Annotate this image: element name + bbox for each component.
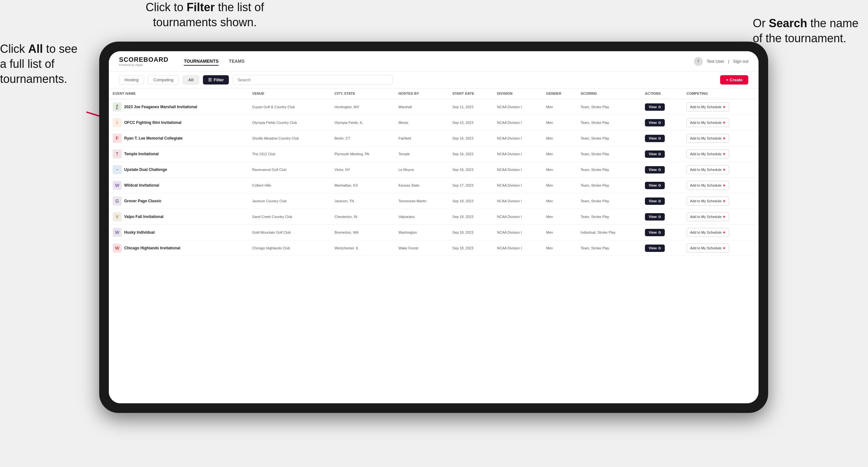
- main-nav: TOURNAMENTS TEAMS: [184, 57, 694, 66]
- cell-city-state: Westchester, IL: [331, 240, 395, 256]
- event-name: Wildcat Invitational: [124, 183, 159, 188]
- cell-gender: Men: [542, 193, 577, 209]
- event-name: Ryan T. Lee Memorial Collegiate: [124, 136, 183, 141]
- cell-city-state: Berlin, CT: [331, 131, 395, 146]
- view-button[interactable]: View ⊙: [645, 245, 665, 252]
- cell-gender: Men: [542, 99, 577, 115]
- col-gender: GENDER: [542, 88, 577, 99]
- cell-venue: Sand Creek Country Club: [248, 209, 331, 225]
- view-button[interactable]: View ⊙: [645, 103, 665, 111]
- view-button[interactable]: View ⊙: [645, 229, 665, 236]
- team-logo: G: [113, 196, 122, 206]
- add-to-schedule-button[interactable]: Add to My Schedule +: [686, 244, 729, 253]
- table-row: I OFCC Fighting Illini Invitational Olym…: [109, 115, 758, 131]
- add-to-schedule-button[interactable]: Add to My Schedule +: [686, 134, 729, 143]
- plus-icon: +: [723, 120, 725, 125]
- view-button[interactable]: View ⊙: [645, 182, 665, 189]
- add-to-schedule-button[interactable]: Add to My Schedule +: [686, 165, 729, 174]
- competing-tab[interactable]: Competing: [148, 75, 179, 85]
- add-to-schedule-button[interactable]: Add to My Schedule +: [686, 181, 729, 190]
- add-to-schedule-button[interactable]: Add to My Schedule +: [686, 228, 729, 237]
- cell-division: NCAA Division I: [493, 115, 542, 131]
- team-logo: ~: [113, 165, 122, 174]
- cell-actions: View ⊙: [641, 131, 683, 146]
- cell-venue: The 1912 Club: [248, 146, 331, 162]
- table-row: V Valpo Fall Invitational Sand Creek Cou…: [109, 209, 758, 225]
- view-button[interactable]: View ⊙: [645, 166, 665, 174]
- table-row: W Chicago Highlands Invitational Chicago…: [109, 240, 758, 256]
- cell-start-date: Sep 18, 2023: [449, 209, 493, 225]
- add-to-schedule-button[interactable]: Add to My Schedule +: [686, 102, 729, 112]
- event-name: OFCC Fighting Illini Invitational: [124, 120, 182, 125]
- plus-icon: +: [723, 198, 725, 204]
- cell-division: NCAA Division I: [493, 131, 542, 146]
- cell-actions: View ⊙: [641, 209, 683, 225]
- team-logo: V: [113, 212, 122, 221]
- cell-scoring: Team, Stroke Play: [577, 178, 641, 193]
- view-button[interactable]: View ⊙: [645, 213, 665, 221]
- cell-competing: Add to My Schedule +: [683, 193, 758, 209]
- logo-subtitle: Powered by clippd: [119, 63, 168, 67]
- nav-tab-tournaments[interactable]: TOURNAMENTS: [184, 57, 219, 66]
- plus-icon: +: [723, 151, 725, 157]
- cell-start-date: Sep 18, 2023: [449, 225, 493, 240]
- cell-hosted-by: Tennessee-Martin: [395, 193, 449, 209]
- cell-actions: View ⊙: [641, 115, 683, 131]
- cell-competing: Add to My Schedule +: [683, 162, 758, 178]
- plus-icon: +: [723, 246, 725, 251]
- add-to-schedule-button[interactable]: Add to My Schedule +: [686, 212, 729, 221]
- add-to-schedule-button[interactable]: Add to My Schedule +: [686, 150, 729, 158]
- tablet-screen: SCOREBOARD Powered by clippd TOURNAMENTS…: [109, 51, 758, 403]
- col-actions: ACTIONS: [641, 88, 683, 99]
- view-button[interactable]: View ⊙: [645, 150, 665, 158]
- cell-scoring: Individual, Stroke Play: [577, 225, 641, 240]
- view-icon: ⊙: [658, 215, 661, 219]
- cell-city-state: Bremerton, WA: [331, 225, 395, 240]
- create-button[interactable]: + Create: [720, 75, 748, 85]
- cell-competing: Add to My Schedule +: [683, 115, 758, 131]
- view-button[interactable]: View ⊙: [645, 119, 665, 126]
- app-header: SCOREBOARD Powered by clippd TOURNAMENTS…: [109, 51, 758, 72]
- event-name: Grover Page Classic: [124, 199, 162, 203]
- add-to-schedule-button[interactable]: Add to My Schedule +: [686, 118, 729, 127]
- event-name: Upstate Dual Challenge: [124, 167, 167, 172]
- col-competing: COMPETING: [683, 88, 758, 99]
- header-separator: |: [728, 59, 729, 64]
- nav-tab-teams[interactable]: TEAMS: [229, 57, 245, 66]
- app-logo: SCOREBOARD: [119, 56, 168, 63]
- cell-actions: View ⊙: [641, 99, 683, 115]
- hosting-tab[interactable]: Hosting: [119, 75, 144, 85]
- view-button[interactable]: View ⊙: [645, 197, 665, 205]
- cell-competing: Add to My Schedule +: [683, 209, 758, 225]
- search-input[interactable]: [233, 75, 393, 85]
- event-name: Husky Individual: [124, 230, 155, 235]
- event-name: Valpo Fall Invitational: [124, 214, 163, 219]
- plus-icon: +: [723, 230, 725, 235]
- cell-event-name: F Ryan T. Lee Memorial Collegiate: [109, 131, 248, 146]
- cell-actions: View ⊙: [641, 146, 683, 162]
- cell-competing: Add to My Schedule +: [683, 178, 758, 193]
- table-row: G Grover Page Classic Jackson Country Cl…: [109, 193, 758, 209]
- all-tab[interactable]: All: [183, 75, 199, 85]
- cell-city-state: Victor, NY: [331, 162, 395, 178]
- cell-venue: Colbert Hills: [248, 178, 331, 193]
- cell-division: NCAA Division I: [493, 193, 542, 209]
- logo-area: SCOREBOARD Powered by clippd: [119, 56, 168, 67]
- cell-venue: Ravenwood Golf Club: [248, 162, 331, 178]
- cell-venue: Jackson Country Club: [248, 193, 331, 209]
- cell-gender: Men: [542, 146, 577, 162]
- cell-competing: Add to My Schedule +: [683, 240, 758, 256]
- cell-scoring: Team, Stroke Play: [577, 131, 641, 146]
- add-to-schedule-button[interactable]: Add to My Schedule +: [686, 196, 729, 206]
- sign-out-link[interactable]: Sign out: [733, 59, 748, 64]
- col-start-date: START DATE: [449, 88, 493, 99]
- cell-scoring: Team, Stroke Play: [577, 146, 641, 162]
- cell-gender: Men: [542, 240, 577, 256]
- cell-competing: Add to My Schedule +: [683, 131, 758, 146]
- tournaments-table: EVENT NAME VENUE CITY, STATE HOSTED BY S…: [109, 88, 758, 256]
- cell-city-state: Olympia Fields, IL: [331, 115, 395, 131]
- view-button[interactable]: View ⊙: [645, 135, 665, 142]
- col-hosted-by: HOSTED BY: [395, 88, 449, 99]
- filter-button[interactable]: ☰ Filter: [203, 75, 229, 85]
- cell-scoring: Team, Stroke Play: [577, 193, 641, 209]
